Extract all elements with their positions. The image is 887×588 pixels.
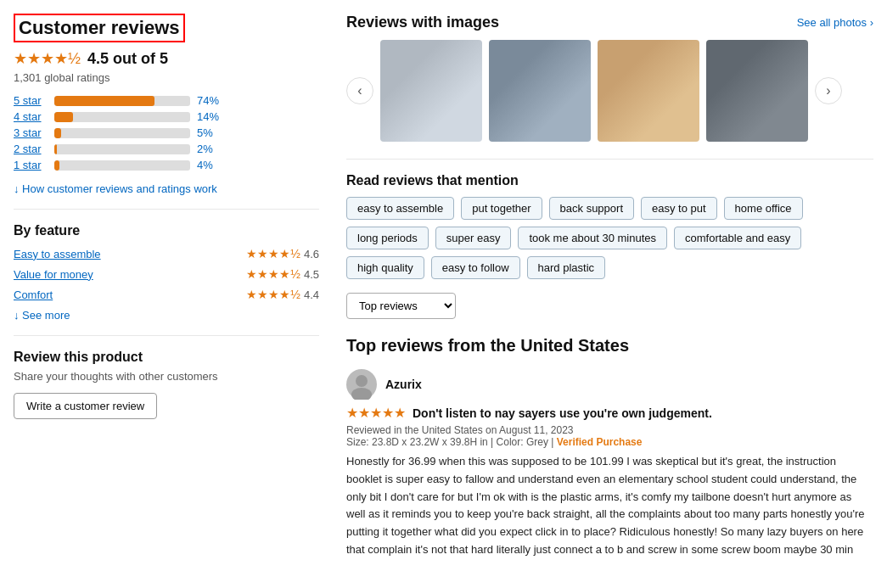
image-thumbnail[interactable] — [380, 40, 482, 142]
feature-name[interactable]: Easy to assemble — [14, 248, 101, 260]
how-reviews-link[interactable]: ↓ How customer reviews and ratings work — [14, 182, 217, 195]
images-carousel: ‹ › — [346, 40, 873, 142]
star-bar-row: 3 star5% — [14, 126, 319, 139]
bar-background — [54, 96, 190, 106]
bar-percent: 2% — [197, 143, 224, 155]
features-container: Easy to assemble★★★★½4.6Value for money★… — [14, 247, 319, 301]
svg-point-0 — [356, 375, 368, 387]
review-tag[interactable]: easy to put — [641, 197, 717, 220]
image-thumbnail[interactable] — [706, 40, 808, 142]
verified-purchase: Verified Purchase — [557, 436, 643, 448]
top-reviews-title: Top reviews from the United States — [346, 336, 873, 356]
feature-stars: ★★★★½ — [246, 247, 300, 260]
bar-fill — [54, 144, 57, 154]
divider-3 — [346, 159, 873, 160]
sort-dropdown-container: Top reviewsMost recent — [346, 293, 873, 319]
image-thumbnail[interactable] — [489, 40, 591, 142]
review-title: Don't listen to nay sayers use you're ow… — [413, 406, 712, 420]
review-date: Reviewed in the United States on August … — [346, 424, 574, 436]
star-label[interactable]: 4 star — [14, 110, 48, 123]
star-label[interactable]: 2 star — [14, 143, 48, 155]
bar-background — [54, 144, 190, 154]
carousel-next-button[interactable]: › — [815, 77, 842, 104]
review-tag[interactable]: easy to follow — [431, 256, 520, 279]
bar-percent: 5% — [197, 126, 224, 139]
bar-fill — [54, 96, 154, 106]
review-size: Size: 23.8D x 23.2W x 39.8H in — [346, 436, 488, 448]
review-product-title: Review this product — [14, 350, 319, 365]
overall-rating-text: 4.5 out of 5 — [87, 50, 168, 68]
svg-point-1 — [351, 388, 372, 400]
by-feature-title: By feature — [14, 223, 319, 238]
review-tag[interactable]: super easy — [435, 227, 512, 249]
bar-percent: 14% — [197, 110, 224, 123]
feature-score: 4.5 — [304, 268, 319, 281]
bar-fill — [54, 128, 61, 138]
review-tag[interactable]: back support — [549, 197, 634, 220]
review-tag[interactable]: high quality — [346, 256, 424, 279]
review-tag[interactable]: long periods — [346, 227, 429, 249]
review-stars: ★★★★★ — [346, 405, 406, 421]
overall-stars: ★★★★½ — [14, 49, 81, 68]
see-more-link[interactable]: ↓ See more — [14, 309, 70, 322]
star-bar-row: 5 star74% — [14, 94, 319, 107]
review-color: Color: Grey — [497, 436, 548, 448]
feature-row: Comfort★★★★½4.4 — [14, 288, 319, 301]
tags-grid: easy to assembleput togetherback support… — [346, 197, 873, 279]
divider-1 — [14, 209, 319, 210]
star-bar-row: 1 star4% — [14, 159, 319, 171]
star-label[interactable]: 5 star — [14, 94, 48, 107]
image-thumbs-container — [380, 40, 808, 142]
bar-fill — [54, 112, 73, 122]
feature-stars-right: ★★★★½4.4 — [246, 288, 319, 301]
bar-fill — [54, 160, 59, 171]
review-tag[interactable]: put together — [461, 197, 542, 220]
review-tag[interactable]: easy to assemble — [346, 197, 454, 220]
review-meta: Reviewed in the United States on August … — [346, 424, 873, 448]
feature-row: Easy to assemble★★★★½4.6 — [14, 247, 319, 260]
customer-reviews-title: Customer reviews — [14, 14, 185, 42]
divider-2 — [14, 335, 319, 336]
review-product-subtitle: Share your thoughts with other customers — [14, 370, 319, 383]
feature-stars-right: ★★★★½4.5 — [246, 267, 319, 281]
feature-score: 4.4 — [304, 288, 319, 301]
carousel-prev-button[interactable]: ‹ — [346, 77, 373, 104]
review-stars-title-row: ★★★★★ Don't listen to nay sayers use you… — [346, 405, 873, 421]
bar-percent: 74% — [197, 94, 224, 107]
left-panel: Customer reviews ★★★★½ 4.5 out of 5 1,30… — [14, 14, 319, 573]
feature-row: Value for money★★★★½4.5 — [14, 267, 319, 281]
feature-stars-right: ★★★★½4.6 — [246, 247, 319, 260]
feature-stars: ★★★★½ — [246, 288, 300, 301]
global-ratings-text: 1,301 global ratings — [14, 71, 319, 84]
reviewer-name: Azurix — [385, 378, 422, 391]
right-panel: Reviews with images See all photos › ‹ ›… — [346, 14, 873, 573]
review-item: Azurix ★★★★★ Don't listen to nay sayers … — [346, 369, 873, 559]
star-label[interactable]: 1 star — [14, 159, 48, 171]
image-thumbnail[interactable] — [598, 40, 699, 142]
write-review-button[interactable]: Write a customer review — [14, 393, 157, 419]
customer-reviews-section: Customer reviews — [14, 14, 319, 49]
sort-select[interactable]: Top reviewsMost recent — [346, 293, 456, 319]
feature-name[interactable]: Comfort — [14, 288, 53, 301]
star-bars-container: 5 star74%4 star14%3 star5%2 star2%1 star… — [14, 94, 319, 171]
star-bar-row: 4 star14% — [14, 110, 319, 123]
see-all-photos-link[interactable]: See all photos › — [797, 16, 873, 29]
feature-score: 4.6 — [304, 248, 319, 260]
review-tag[interactable]: took me about 30 minutes — [518, 227, 667, 249]
star-bar-row: 2 star2% — [14, 143, 319, 155]
review-tag[interactable]: comfortable and easy — [674, 227, 801, 249]
review-tag[interactable]: hard plastic — [527, 256, 605, 279]
reviews-with-images-title: Reviews with images — [346, 14, 499, 31]
star-label[interactable]: 3 star — [14, 126, 48, 139]
bar-background — [54, 128, 190, 138]
bar-background — [54, 160, 190, 171]
read-reviews-title: Read reviews that mention — [346, 173, 873, 188]
feature-stars: ★★★★½ — [246, 267, 300, 281]
overall-rating-row: ★★★★½ 4.5 out of 5 — [14, 49, 319, 68]
feature-name[interactable]: Value for money — [14, 268, 93, 281]
reviewer-row: Azurix — [346, 369, 873, 400]
reviewer-avatar — [346, 369, 377, 400]
review-tag[interactable]: home office — [724, 197, 803, 220]
bar-percent: 4% — [197, 159, 224, 171]
review-body: Honestly for 36.99 when this was suppose… — [346, 453, 873, 559]
